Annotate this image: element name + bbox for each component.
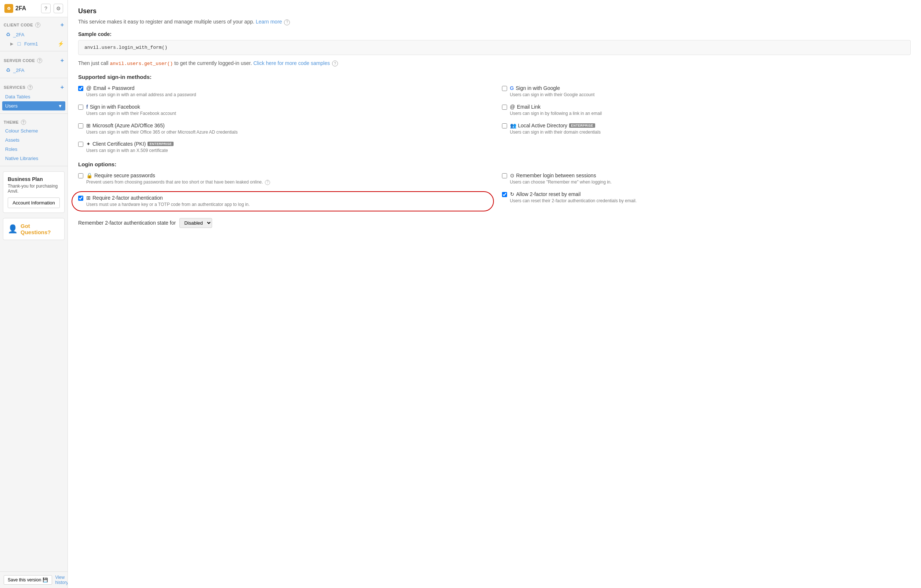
got-questions-card: 👤 Got Questions? bbox=[3, 218, 65, 240]
main-content: Users This service makes it easy to regi… bbox=[68, 0, 921, 588]
sidebar-item-users[interactable]: Users ▼ bbox=[2, 101, 65, 111]
sample-code-text: anvil.users.login_with_form() bbox=[85, 45, 167, 50]
option-remember-login-content: ⊙ Remember login between sessions Users … bbox=[510, 173, 911, 186]
got-questions-icon: 👤 bbox=[8, 224, 18, 234]
theme-label: THEME ? bbox=[4, 120, 26, 125]
secure-passwords-help[interactable]: ? bbox=[265, 180, 270, 185]
sidebar-item-server-2fa[interactable]: ♻ _2FA bbox=[0, 65, 68, 75]
get-user-code: anvil.users.get_user() bbox=[110, 61, 173, 67]
method-microsoft: ⊞ Microsoft (Azure AD/Office 365) Users … bbox=[78, 122, 487, 135]
client-code-label: CLIENT CODE ? bbox=[4, 23, 41, 28]
sidebar-item-colour-scheme[interactable]: Colour Scheme bbox=[0, 126, 68, 135]
sign-in-section-title: Supported sign-in methods: bbox=[78, 74, 911, 80]
native-libraries-label: Native Libraries bbox=[5, 156, 38, 161]
method-client-certs-content: ✦ Client Certificates (PKI) ENTERPRISE U… bbox=[86, 141, 487, 154]
option-allow-2fa-reset-checkbox[interactable] bbox=[502, 192, 507, 197]
logo-icon: ♻ bbox=[5, 4, 13, 13]
local-ad-icon: 👥 bbox=[510, 122, 516, 129]
method-client-certs-desc: Users can sign in with an X.509 certific… bbox=[86, 148, 487, 154]
local-ad-enterprise-badge: ENTERPRISE bbox=[569, 123, 595, 128]
method-client-certs-checkbox[interactable] bbox=[78, 142, 83, 147]
roles-label: Roles bbox=[5, 147, 17, 152]
login-section-title: Login options: bbox=[78, 161, 911, 167]
method-microsoft-checkbox[interactable] bbox=[78, 123, 83, 129]
method-google-checkbox[interactable] bbox=[502, 86, 507, 91]
help-button[interactable]: ? bbox=[41, 4, 50, 13]
method-email-link: @ Email Link Users can sign in by follow… bbox=[502, 104, 911, 117]
email-link-icon: @ bbox=[510, 104, 515, 110]
services-header: SERVICES ? + bbox=[0, 83, 68, 92]
method-facebook-checkbox[interactable] bbox=[78, 104, 83, 110]
login-options-grid: 🔒 Require secure passwords Prevent users… bbox=[78, 173, 911, 212]
users-label: Users bbox=[5, 103, 18, 109]
assets-label: Assets bbox=[5, 137, 20, 143]
method-email-link-checkbox[interactable] bbox=[502, 104, 507, 110]
method-facebook-content: f Sign in with Facebook Users can sign i… bbox=[86, 104, 487, 117]
remember-2fa-label: Remember 2-factor authentication state f… bbox=[78, 220, 176, 226]
method-email-password: @ Email + Password Users can sign in wit… bbox=[78, 85, 487, 98]
option-secure-passwords-desc: Prevent users from choosing passwords th… bbox=[86, 179, 487, 186]
services-add[interactable]: + bbox=[60, 84, 64, 91]
services-help[interactable]: ? bbox=[28, 85, 33, 90]
form1-lightning-icon: ⚡ bbox=[58, 41, 64, 47]
option-allow-2fa-reset-desc: Users can reset their 2-factor authentic… bbox=[510, 198, 911, 204]
form1-chevron: ▶ bbox=[10, 41, 13, 46]
method-client-certs-title: ✦ Client Certificates (PKI) ENTERPRISE bbox=[86, 141, 487, 147]
sample-code-label: Sample code: bbox=[78, 31, 911, 37]
option-secure-passwords: 🔒 Require secure passwords Prevent users… bbox=[78, 173, 487, 186]
option-secure-passwords-title: 🔒 Require secure passwords bbox=[86, 173, 487, 178]
option-remember-login-title: ⊙ Remember login between sessions bbox=[510, 173, 911, 178]
method-google-content: G Sign in with Google Users can sign in … bbox=[510, 85, 911, 98]
business-plan-card: Business Plan Thank-you for purchasing A… bbox=[3, 171, 65, 213]
method-email-link-content: @ Email Link Users can sign in by follow… bbox=[510, 104, 911, 117]
method-facebook: f Sign in with Facebook Users can sign i… bbox=[78, 104, 487, 117]
theme-section: THEME ? Colour Scheme Assets Roles Nativ… bbox=[0, 115, 68, 165]
sidebar-item-assets[interactable]: Assets bbox=[0, 135, 68, 145]
learn-more-link[interactable]: Learn more bbox=[256, 19, 282, 24]
option-require-2fa: ⊞ Require 2-factor authentication Users … bbox=[78, 195, 487, 208]
code-samples-link[interactable]: Click here for more code samples bbox=[253, 60, 330, 66]
option-remember-login-checkbox[interactable] bbox=[502, 173, 507, 178]
description-text: This service makes it easy to register a… bbox=[78, 19, 254, 24]
client-code-help[interactable]: ? bbox=[35, 23, 41, 28]
get-user-suffix: to get the currently logged-in user. bbox=[174, 60, 252, 66]
get-user-prefix: Then just call bbox=[78, 60, 108, 66]
facebook-icon: f bbox=[86, 104, 88, 110]
server-code-add[interactable]: + bbox=[60, 57, 64, 64]
server-2fa-icon: ♻ bbox=[5, 67, 11, 73]
option-secure-passwords-checkbox[interactable] bbox=[78, 173, 83, 178]
method-email-password-desc: Users can sign in with an email address … bbox=[86, 92, 487, 98]
option-require-2fa-title: ⊞ Require 2-factor authentication bbox=[86, 195, 487, 201]
allow-2fa-reset-icon: ↻ bbox=[510, 191, 514, 197]
method-facebook-title: f Sign in with Facebook bbox=[86, 104, 487, 110]
sidebar-item-roles[interactable]: Roles bbox=[0, 145, 68, 154]
code-samples-help[interactable]: ? bbox=[332, 60, 338, 67]
method-local-ad-checkbox[interactable] bbox=[502, 123, 507, 129]
sidebar-item-data-tables[interactable]: Data Tables bbox=[0, 92, 68, 101]
client-code-section: CLIENT CODE ? + ♻ _2FA ▶ □ Form1 ⚡ bbox=[0, 17, 68, 50]
save-version-button[interactable]: Save this version 💾 bbox=[4, 575, 52, 585]
sidebar-item-native-libraries[interactable]: Native Libraries bbox=[0, 154, 68, 163]
remember-2fa-row: Remember 2-factor authentication state f… bbox=[78, 218, 911, 228]
client-code-add[interactable]: + bbox=[60, 22, 64, 28]
sidebar-footer: Save this version 💾 View history bbox=[0, 572, 68, 588]
view-history-link[interactable]: View history bbox=[55, 575, 68, 585]
services-label: SERVICES ? bbox=[4, 85, 33, 90]
sidebar-header: ♻ 2FA ? ⚙ bbox=[0, 0, 68, 17]
method-email-password-checkbox[interactable] bbox=[78, 86, 83, 91]
sidebar-item-client-2fa[interactable]: ♻ _2FA bbox=[0, 30, 68, 39]
page-description: This service makes it easy to register a… bbox=[78, 19, 911, 25]
method-microsoft-desc: Users can sign in with their Office 365 … bbox=[86, 129, 487, 135]
remember-2fa-select[interactable]: Disabled 1 hour 1 day 1 week bbox=[179, 218, 212, 228]
option-require-2fa-checkbox[interactable] bbox=[78, 195, 83, 201]
theme-help[interactable]: ? bbox=[21, 120, 26, 125]
business-plan-desc: Thank-you for purchasing Anvil. bbox=[8, 184, 60, 194]
option-allow-2fa-reset: ↻ Allow 2-factor reset by email Users ca… bbox=[502, 191, 911, 212]
settings-button[interactable]: ⚙ bbox=[54, 4, 63, 13]
server-code-help[interactable]: ? bbox=[37, 58, 42, 63]
option-remember-login-desc: Users can choose "Remember me" when logg… bbox=[510, 179, 911, 186]
learn-more-help[interactable]: ? bbox=[284, 20, 290, 25]
account-information-button[interactable]: Account Information bbox=[8, 197, 60, 208]
business-plan-title: Business Plan bbox=[8, 176, 60, 182]
sidebar-item-form1[interactable]: ▶ □ Form1 ⚡ bbox=[0, 39, 68, 48]
